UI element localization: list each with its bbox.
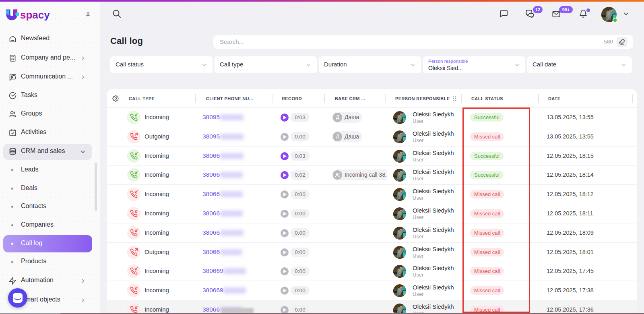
svg-text:spacy: spacy [20, 9, 50, 21]
